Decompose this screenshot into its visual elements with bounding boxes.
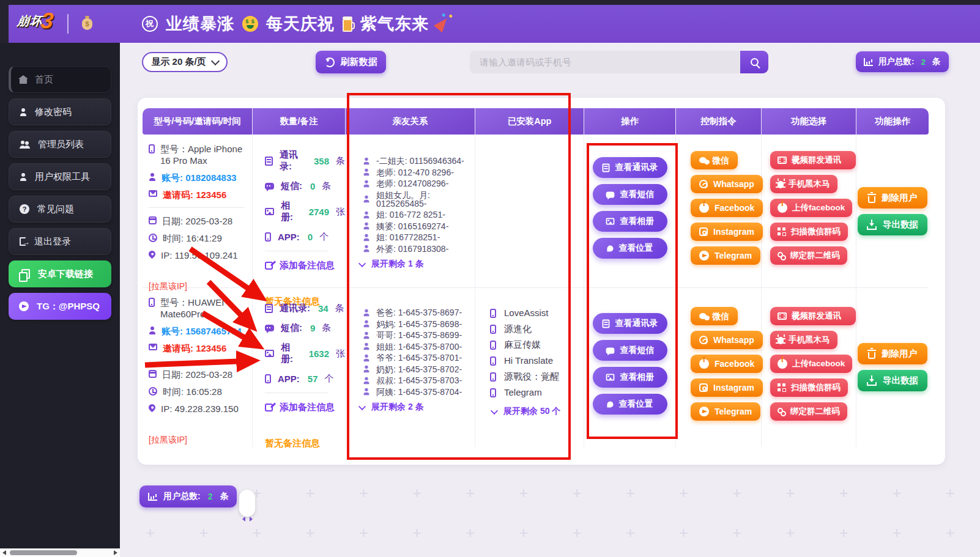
date-value: 2025-03-28 <box>185 216 232 226</box>
expand-contacts-link[interactable]: 展开剩余 2 条 <box>359 402 475 413</box>
copy-icon <box>21 269 30 279</box>
blacklist-ip-link[interactable]: [拉黑该IP] <box>149 435 187 446</box>
wechat-button[interactable]: 微信 <box>691 307 738 325</box>
counts-cell: 通讯录: 34 条 短信: 9 条 相册: 1632 张 <box>253 288 346 447</box>
phone-trojan-button[interactable]: 手机黑木马 <box>770 175 837 193</box>
facebook-icon <box>778 359 787 369</box>
chevron-down-icon <box>211 56 220 65</box>
whatsapp-button[interactable]: Whatsapp <box>691 175 763 193</box>
export-data-button[interactable]: 导出数据 <box>858 214 927 235</box>
upload-facebook-button[interactable]: 上传facebook <box>770 199 852 217</box>
facebook-button[interactable]: Facebook <box>691 355 763 373</box>
scrollbar-right-arrow[interactable] <box>114 550 117 555</box>
bind-group-qr-button[interactable]: 绑定群二维码 <box>770 402 847 421</box>
scan-wechat-qr-button[interactable]: 扫描微信群码 <box>770 223 848 241</box>
view-contacts-button[interactable]: 查看通讯录 <box>593 157 667 178</box>
video-broadcast-button[interactable]: 视频群发通讯录 <box>770 151 856 169</box>
contact-person-icon <box>363 331 370 339</box>
pager-prev-arrow[interactable] <box>242 517 245 522</box>
sidebar-item-faq[interactable]: 常见问题 <box>9 196 111 223</box>
wechat-button[interactable]: 微信 <box>691 151 738 169</box>
photos-icon <box>265 350 274 357</box>
wechat-icon <box>699 313 707 319</box>
instagram-button[interactable]: Instagram <box>691 378 763 397</box>
view-location-button[interactable]: 查看位置 <box>593 394 667 415</box>
expand-contacts-link[interactable]: 展开剩余 1 条 <box>359 259 475 270</box>
device-cell: 型号：Apple iPhone 16 Pro Max 账号: 018208483… <box>143 135 253 287</box>
view-location-button[interactable]: 查看位置 <box>593 238 667 259</box>
telegram-contact-button[interactable]: TG：@PHPSQ <box>9 293 111 320</box>
scan-wechat-qr-button[interactable]: 扫描微信群码 <box>770 378 848 397</box>
user-icon <box>149 173 156 181</box>
sidebar-item-admin-list[interactable]: 管理员列表 <box>9 131 111 158</box>
photos-icon <box>265 208 274 215</box>
search-button[interactable] <box>740 51 768 73</box>
android-download-button[interactable]: 安卓下载链接 <box>9 260 111 287</box>
whatsapp-icon <box>699 336 708 344</box>
sidebar-item-home[interactable]: 首页 <box>9 66 111 93</box>
view-photos-button[interactable]: 查看相册 <box>593 211 667 232</box>
instagram-button[interactable]: Instagram <box>691 223 763 241</box>
app-icon <box>265 232 271 242</box>
expand-apps-link[interactable]: 展开剩余 50 个 <box>491 406 584 417</box>
sms-icon <box>265 325 274 331</box>
sidebar-item-label: 安卓下载链接 <box>38 268 93 280</box>
contact-item: 妈妈: 1-645-375-8698- <box>363 320 475 328</box>
actions-cell: 查看通讯录 查看短信 查看相册 查看位置 <box>584 288 676 447</box>
delete-user-button[interactable]: 删除用户 <box>858 187 927 208</box>
qrcode-icon <box>778 383 786 392</box>
search-input[interactable] <box>470 51 740 73</box>
view-sms-button[interactable]: 查看短信 <box>593 184 667 205</box>
export-data-button[interactable]: 导出数据 <box>858 370 927 391</box>
app-icon <box>490 388 496 397</box>
trash-icon <box>868 196 875 203</box>
user-total-value: 2 <box>208 492 213 501</box>
phone-trojan-button[interactable]: 手机黑木马 <box>770 331 837 349</box>
contact-item: 姐姐: 1-645-375-8700- <box>363 342 475 351</box>
chevron-down-icon <box>491 407 498 415</box>
slogan-text-2: 每天庆祝 <box>266 13 335 35</box>
bind-group-qr-button[interactable]: 绑定群二维码 <box>770 246 847 265</box>
pager-next-arrow[interactable] <box>250 517 253 522</box>
contact-person-icon <box>363 377 370 384</box>
video-broadcast-button[interactable]: 视频群发通讯录 <box>770 307 856 325</box>
film-icon <box>778 157 787 164</box>
sidebar-item-logout[interactable]: 退出登录 <box>9 228 111 255</box>
device-cell: 型号：HUAWEI Mate60Pro 账号: 15687465794 邀请码:… <box>143 288 253 447</box>
envelope-icon <box>149 190 157 197</box>
add-note-link[interactable]: 添加备注信息 <box>265 260 345 271</box>
telegram-button[interactable]: Telegram <box>691 246 760 265</box>
telegram-button[interactable]: Telegram <box>691 402 760 421</box>
sidebar-item-user-permission[interactable]: 用户权限工具 <box>9 163 111 190</box>
upload-facebook-button[interactable]: 上传facebook <box>770 355 852 373</box>
whatsapp-button[interactable]: Whatsapp <box>691 331 763 349</box>
phone-icon <box>149 144 155 153</box>
contact-person-icon <box>363 211 370 218</box>
address-book-icon <box>602 319 609 328</box>
facebook-button[interactable]: Facebook <box>691 199 763 217</box>
chart-icon <box>148 493 157 501</box>
contact-person-icon <box>363 320 370 328</box>
actions-cell: 查看通讯录 查看短信 查看相册 查看位置 <box>584 135 676 287</box>
bug-icon <box>778 337 784 344</box>
installed-apps-cell <box>475 135 584 287</box>
view-photos-button[interactable]: 查看相册 <box>593 367 667 388</box>
delete-user-button[interactable]: 删除用户 <box>858 343 927 364</box>
add-note-link[interactable]: 添加备注信息 <box>265 402 345 413</box>
location-pin-icon <box>607 401 613 407</box>
header-divider <box>67 14 69 34</box>
facebook-icon <box>778 203 787 213</box>
pager-pill[interactable] <box>239 490 255 517</box>
contact-person-icon <box>363 245 370 253</box>
contacts-count: 34 <box>318 303 329 314</box>
sidebar-item-change-password[interactable]: 修改密码 <box>9 98 111 125</box>
scrollbar-thumb[interactable] <box>10 550 77 555</box>
page-size-select[interactable]: 显示 20 条/页 <box>142 52 228 72</box>
refresh-data-button[interactable]: 刷新数据 <box>316 51 386 73</box>
calendar-icon <box>149 216 157 224</box>
qrcode-icon <box>778 227 786 236</box>
view-sms-button[interactable]: 查看短信 <box>593 340 667 361</box>
scrollbar-left-arrow[interactable] <box>2 550 6 555</box>
view-contacts-button[interactable]: 查看通讯录 <box>593 313 667 334</box>
contacts-cell: -二姐夫: 01156946364- 老师: 012-470 8296- 老师:… <box>346 135 475 287</box>
